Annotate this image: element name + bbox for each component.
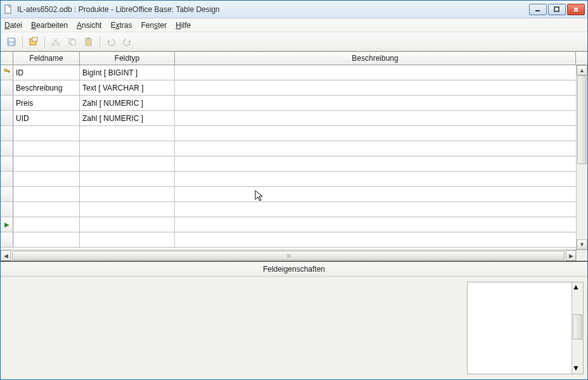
index-design-icon[interactable] bbox=[27, 35, 41, 49]
description-cell[interactable] bbox=[175, 80, 576, 95]
help-scrollbar[interactable]: ▲ ▼ bbox=[572, 282, 583, 374]
fieldname-cell[interactable] bbox=[13, 172, 80, 186]
table-row[interactable] bbox=[1, 141, 576, 156]
table-row[interactable]: IDBigInt [ BIGINT ] bbox=[1, 65, 576, 80]
scroll-left-icon[interactable]: ◀ bbox=[1, 250, 11, 261]
fieldname-cell[interactable] bbox=[13, 187, 80, 201]
scroll-thumb[interactable] bbox=[577, 75, 587, 164]
table-row[interactable]: PreisZahl [ NUMERIC ] bbox=[1, 96, 576, 111]
fieldtype-cell[interactable] bbox=[80, 232, 175, 247]
row-selector[interactable]: ▶ bbox=[1, 217, 13, 232]
fieldname-cell[interactable]: Preis bbox=[13, 96, 80, 110]
hscroll-track[interactable] bbox=[11, 250, 566, 261]
table-row[interactable] bbox=[1, 187, 576, 202]
fieldname-cell[interactable] bbox=[13, 126, 80, 141]
row-selector[interactable] bbox=[1, 96, 13, 110]
scroll-up-icon[interactable]: ▲ bbox=[572, 282, 583, 293]
table-row[interactable]: ▶ bbox=[1, 217, 576, 232]
row-selector[interactable] bbox=[1, 111, 13, 125]
description-cell[interactable] bbox=[175, 65, 576, 80]
field-properties-help: ▲ ▼ bbox=[467, 277, 587, 379]
description-cell[interactable] bbox=[175, 111, 576, 125]
fieldtype-cell[interactable]: Text [ VARCHAR ] bbox=[80, 80, 175, 95]
scroll-right-icon[interactable]: ▶ bbox=[566, 250, 576, 261]
header-fieldtype[interactable]: Feldtyp bbox=[80, 52, 175, 65]
scroll-thumb[interactable] bbox=[573, 314, 582, 339]
table-row[interactable]: UIDZahl [ NUMERIC ] bbox=[1, 111, 576, 126]
close-button[interactable] bbox=[567, 4, 585, 15]
svg-rect-0 bbox=[5, 5, 11, 13]
header-rowselector[interactable] bbox=[1, 52, 13, 65]
scroll-up-icon[interactable]: ▲ bbox=[577, 65, 587, 75]
titlebar: IL-ates6502.odb : Produkte - LibreOffice… bbox=[1, 1, 587, 18]
table-row[interactable]: BeschreibungText [ VARCHAR ] bbox=[1, 80, 576, 96]
fieldtype-cell[interactable] bbox=[80, 172, 175, 186]
hscroll-thumb[interactable] bbox=[12, 251, 565, 260]
fieldtype-cell[interactable] bbox=[80, 141, 175, 156]
fieldname-cell[interactable] bbox=[13, 156, 80, 171]
horizontal-scrollbar[interactable]: ◀ ▶ bbox=[1, 250, 587, 261]
fieldtype-cell[interactable]: Zahl [ NUMERIC ] bbox=[80, 96, 175, 110]
description-cell[interactable] bbox=[175, 202, 576, 217]
menu-bearbeiten[interactable]: Bearbeiten bbox=[31, 21, 68, 30]
table-row[interactable] bbox=[1, 232, 576, 248]
fieldtype-cell[interactable] bbox=[80, 126, 175, 141]
fieldtype-cell[interactable] bbox=[80, 187, 175, 201]
fieldname-cell[interactable]: Beschreibung bbox=[13, 80, 80, 95]
menu-datei[interactable]: Datei bbox=[4, 21, 22, 30]
fieldtype-cell[interactable]: BigInt [ BIGINT ] bbox=[80, 65, 175, 80]
fieldtype-cell[interactable] bbox=[80, 217, 175, 232]
svg-rect-7 bbox=[10, 42, 13, 45]
description-cell[interactable] bbox=[175, 187, 576, 201]
description-cell[interactable] bbox=[175, 172, 576, 186]
menu-ansicht[interactable]: Ansicht bbox=[77, 21, 101, 30]
row-selector[interactable] bbox=[1, 187, 13, 201]
fieldname-cell[interactable] bbox=[13, 217, 80, 232]
fieldname-cell[interactable] bbox=[13, 202, 80, 217]
undo-icon bbox=[104, 35, 118, 49]
header-description[interactable]: Beschreibung bbox=[175, 52, 576, 65]
fieldname-cell[interactable] bbox=[13, 232, 80, 247]
scroll-down-icon[interactable]: ▼ bbox=[572, 364, 583, 374]
scroll-track[interactable] bbox=[577, 75, 587, 239]
scroll-down-icon[interactable]: ▼ bbox=[577, 239, 587, 250]
fieldname-cell[interactable] bbox=[13, 141, 80, 156]
row-selector[interactable] bbox=[1, 156, 13, 171]
description-cell[interactable] bbox=[175, 126, 576, 141]
vertical-scrollbar[interactable]: ▲ ▼ bbox=[576, 65, 587, 250]
table-row[interactable] bbox=[1, 172, 576, 187]
table-row[interactable] bbox=[1, 202, 576, 217]
row-selector[interactable] bbox=[1, 202, 13, 217]
row-selector[interactable] bbox=[1, 232, 13, 247]
save-icon bbox=[4, 35, 18, 49]
header-fieldname[interactable]: Feldname bbox=[13, 52, 80, 65]
fieldname-cell[interactable]: UID bbox=[13, 111, 80, 125]
menu-extras[interactable]: Extras bbox=[110, 21, 132, 30]
description-cell[interactable] bbox=[175, 141, 576, 156]
fieldname-cell[interactable]: ID bbox=[13, 65, 80, 80]
row-selector[interactable] bbox=[1, 172, 13, 186]
svg-rect-17 bbox=[87, 37, 90, 39]
fieldtype-cell[interactable]: Zahl [ NUMERIC ] bbox=[80, 111, 175, 125]
minimize-button[interactable] bbox=[529, 4, 547, 15]
description-cell[interactable] bbox=[175, 217, 576, 232]
description-cell[interactable] bbox=[175, 96, 576, 110]
row-selector[interactable] bbox=[1, 80, 13, 95]
table-row[interactable] bbox=[1, 156, 576, 172]
grid-header: Feldname Feldtyp Beschreibung bbox=[1, 51, 587, 65]
row-selector[interactable] bbox=[1, 65, 13, 80]
menu-hilfe[interactable]: Hilfe bbox=[176, 21, 191, 30]
svg-point-11 bbox=[57, 43, 60, 46]
description-cell[interactable] bbox=[175, 156, 576, 171]
fieldtype-cell[interactable] bbox=[80, 156, 175, 171]
row-selector[interactable] bbox=[1, 126, 13, 141]
row-selector[interactable] bbox=[1, 141, 13, 156]
field-properties-title: Feldeigenschaften bbox=[1, 262, 587, 277]
menu-fenster[interactable]: Fenster bbox=[141, 21, 167, 30]
description-cell[interactable] bbox=[175, 232, 576, 247]
maximize-button[interactable] bbox=[548, 4, 566, 15]
table-row[interactable] bbox=[1, 126, 576, 141]
primary-key-icon bbox=[3, 68, 11, 77]
fieldtype-cell[interactable] bbox=[80, 202, 175, 217]
svg-rect-16 bbox=[86, 39, 91, 46]
